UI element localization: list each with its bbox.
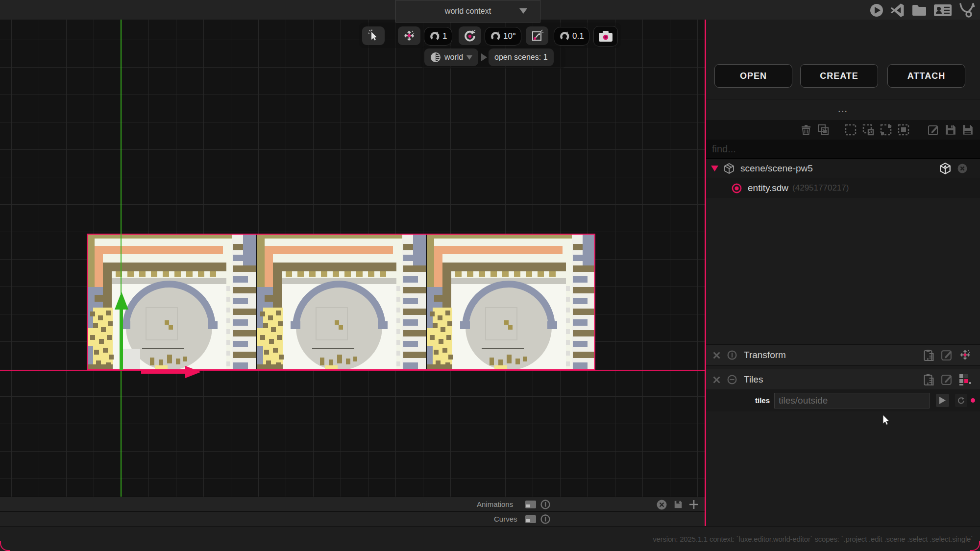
copy-component-icon[interactable]	[923, 349, 935, 361]
curves-row[interactable]: Curves	[0, 511, 705, 527]
snap-position-button[interactable]: 1	[424, 27, 452, 46]
panel-divider[interactable]	[705, 20, 706, 526]
open-button-label: OPEN	[740, 71, 767, 81]
move-tool-button[interactable]	[398, 26, 420, 45]
save-icon[interactable]	[673, 500, 683, 509]
gizmo-arrow-x[interactable]	[141, 364, 202, 379]
status-bar: version: 2025.1.1 context: `luxe.editor.…	[0, 526, 980, 551]
curves-label: Curves	[494, 515, 517, 523]
open-scenes-badge[interactable]: open scenes: 1	[489, 48, 554, 66]
duplicate-icon[interactable]	[817, 124, 829, 136]
context-selector[interactable]: world context	[395, 0, 540, 23]
rotate-icon	[463, 29, 477, 43]
snap-position-value: 1	[442, 31, 447, 41]
select-group-icon[interactable]	[898, 124, 909, 136]
find-input[interactable]	[706, 140, 980, 159]
move-icon	[402, 29, 416, 43]
select-tool-button[interactable]	[362, 26, 385, 45]
scale-icon	[530, 29, 544, 43]
contact-card-icon[interactable]	[933, 3, 952, 17]
play-icon	[939, 397, 946, 404]
save-icon[interactable]	[945, 124, 956, 136]
close-icon[interactable]	[657, 500, 667, 510]
rotate-tool-button[interactable]	[459, 26, 481, 45]
open-button[interactable]: OPEN	[714, 64, 792, 88]
save-all-icon[interactable]	[962, 124, 974, 136]
select-add-icon[interactable]	[862, 124, 874, 136]
chevron-down-icon	[519, 8, 527, 14]
magnet-icon	[429, 31, 440, 42]
remove-component-icon[interactable]	[712, 376, 721, 384]
context-selector-label: world context	[445, 7, 491, 16]
add-icon[interactable]	[688, 499, 699, 510]
scale-tool-button[interactable]	[526, 26, 548, 45]
play-icon[interactable]	[869, 3, 884, 18]
selected-radio-icon[interactable]	[732, 183, 742, 193]
tilemap-sprite[interactable]	[87, 234, 595, 370]
panel-overflow-label: ...	[838, 105, 848, 115]
animations-label: Animations	[477, 500, 513, 508]
luxe-logo-icon[interactable]	[958, 2, 975, 18]
magnet-icon	[559, 31, 570, 42]
snap-scale-value: 0.1	[572, 31, 584, 41]
copy-component-icon[interactable]	[923, 373, 935, 386]
tiles-field-input[interactable]	[774, 393, 930, 408]
reload-icon	[957, 397, 965, 404]
transform-gizmo-icon[interactable]	[958, 348, 972, 361]
mouse-cursor	[882, 415, 891, 426]
scene-toolbar	[706, 120, 980, 140]
world-icon	[430, 52, 441, 63]
panel-window-icon[interactable]	[525, 515, 537, 524]
vscode-icon[interactable]	[890, 3, 905, 18]
select-rect-icon[interactable]	[845, 124, 857, 136]
transform-title: Transform	[744, 350, 786, 360]
tiles-icon[interactable]	[958, 373, 971, 386]
scene-tree-node[interactable]: scene/scene-pw5	[706, 159, 980, 178]
tiles-run-button[interactable]	[936, 394, 949, 407]
world-axis-y	[121, 20, 122, 497]
info-icon[interactable]	[540, 514, 550, 524]
open-scenes-label: open scenes: 1	[494, 53, 548, 62]
attach-button[interactable]: ATTACH	[887, 64, 965, 88]
cursor-icon	[367, 29, 380, 42]
delete-icon[interactable]	[801, 124, 811, 136]
world-selector[interactable]: world	[424, 48, 478, 66]
tiles-field-row: tiles	[706, 389, 980, 411]
status-text: version: 2025.1.1 context: `luxe.editor.…	[653, 535, 980, 543]
info-icon[interactable]	[540, 500, 550, 509]
package-icon[interactable]	[939, 162, 952, 175]
edit-icon[interactable]	[928, 124, 939, 136]
remove-component-icon[interactable]	[712, 351, 721, 359]
entity-id-label: (42951770217)	[792, 183, 849, 193]
info-icon[interactable]	[727, 350, 737, 360]
world-selector-label: world	[444, 53, 463, 62]
scene-cube-icon	[723, 163, 735, 174]
entity-tree-node[interactable]: entity.sdw (42951770217)	[706, 178, 980, 198]
collapse-icon[interactable]	[727, 375, 737, 384]
edit-component-icon[interactable]	[941, 373, 953, 385]
close-icon[interactable]	[957, 164, 967, 173]
panel-overflow[interactable]: ...	[706, 99, 980, 120]
tiles-field-label: tiles	[706, 396, 770, 405]
panel-window-icon[interactable]	[525, 500, 537, 509]
snap-rotation-button[interactable]: 10°	[485, 27, 521, 46]
camera-icon	[598, 30, 613, 42]
create-button[interactable]: CREATE	[800, 64, 878, 88]
select-corners-icon[interactable]	[880, 124, 892, 136]
gizmo-arrow-y[interactable]	[113, 292, 130, 371]
header-icon-cluster	[869, 2, 975, 18]
luxe-editor-window: 1 10° 0.1	[0, 0, 980, 551]
create-button-label: CREATE	[820, 71, 858, 81]
transform-component-header[interactable]: Transform	[706, 344, 980, 366]
screenshot-button[interactable]	[593, 26, 618, 47]
edit-component-icon[interactable]	[941, 349, 953, 361]
magnet-icon	[490, 31, 501, 42]
folder-icon[interactable]	[911, 3, 927, 17]
scene-node-label: scene/scene-pw5	[740, 163, 813, 174]
panel-actions-section: OPEN CREATE ATTACH	[706, 20, 980, 99]
expand-caret-icon[interactable]	[711, 166, 718, 171]
tiles-component-header[interactable]: Tiles	[706, 369, 980, 390]
tiles-reload-button[interactable]	[955, 394, 967, 407]
snap-scale-button[interactable]: 0.1	[554, 27, 589, 46]
animations-row[interactable]: Animations	[0, 497, 705, 512]
